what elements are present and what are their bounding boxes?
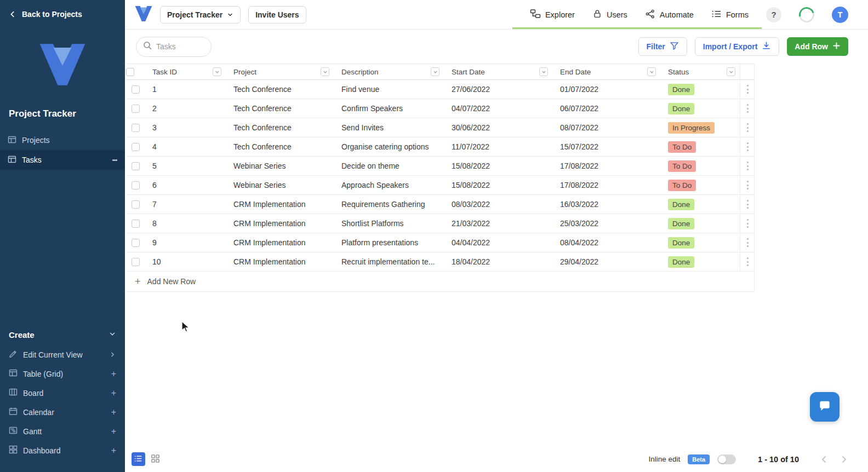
next-page-button[interactable]: [840, 455, 848, 464]
table-row[interactable]: 6Webinar SeriesApproach Speakers15/08/20…: [126, 176, 754, 195]
table-row[interactable]: 10CRM ImplementationRecruit implementati…: [126, 252, 754, 272]
cell-description[interactable]: Organise catering options: [334, 142, 444, 151]
cell-task-id[interactable]: 6: [145, 181, 226, 189]
plus-icon[interactable]: +: [111, 369, 116, 379]
table-row[interactable]: 3Tech ConferenceSend Invites30/06/202208…: [126, 118, 754, 137]
cell-task-id[interactable]: 1: [145, 85, 226, 94]
plus-icon[interactable]: +: [111, 407, 116, 417]
cell-description[interactable]: Confirm Speakers: [334, 104, 444, 113]
cell-task-id[interactable]: 7: [145, 200, 226, 209]
column-header-start-date[interactable]: Start Date: [444, 67, 552, 76]
cell-status[interactable]: Done: [660, 199, 740, 210]
cell-description[interactable]: Platform presentations: [334, 238, 444, 247]
nav-item-explorer[interactable]: Explorer: [530, 8, 575, 21]
table-row[interactable]: 5Webinar SeriesDecide on theme15/08/2022…: [126, 157, 754, 176]
cell-status[interactable]: In Progress: [660, 122, 740, 134]
cell-start-date[interactable]: 27/06/2022: [444, 85, 552, 94]
row-menu-button[interactable]: [747, 199, 749, 210]
row-menu-button[interactable]: [747, 218, 749, 229]
row-checkbox[interactable]: [132, 124, 140, 132]
cell-description[interactable]: Send Invites: [334, 123, 444, 132]
cell-description[interactable]: Find venue: [334, 85, 444, 94]
row-checkbox[interactable]: [132, 200, 140, 209]
cell-task-id[interactable]: 8: [145, 219, 226, 228]
table-row[interactable]: 4Tech ConferenceOrganise catering option…: [126, 137, 754, 157]
cell-start-date[interactable]: 15/08/2022: [444, 162, 552, 170]
inline-edit-toggle[interactable]: [717, 454, 736, 464]
column-menu-button[interactable]: [213, 67, 221, 76]
column-header-status[interactable]: Status: [660, 67, 740, 76]
sidebar-item-dashboard[interactable]: Dashboard +: [0, 441, 125, 460]
column-menu-button[interactable]: [539, 67, 548, 76]
cell-status[interactable]: To Do: [660, 180, 740, 191]
cell-end-date[interactable]: 16/03/2022: [552, 200, 660, 209]
column-menu-button[interactable]: [431, 67, 439, 76]
create-section-toggle[interactable]: Create: [0, 324, 125, 345]
cell-start-date[interactable]: 15/08/2022: [444, 181, 552, 189]
row-checkbox[interactable]: [132, 181, 140, 189]
row-menu-button[interactable]: [747, 142, 749, 152]
cell-task-id[interactable]: 3: [145, 123, 226, 132]
cell-status[interactable]: Done: [660, 218, 740, 229]
list-view-button[interactable]: [132, 452, 145, 466]
cell-status[interactable]: Done: [660, 237, 740, 249]
cell-description[interactable]: Approach Speakers: [334, 181, 444, 189]
cell-end-date[interactable]: 17/08/2022: [552, 181, 660, 189]
cell-description[interactable]: Recruit implementation te...: [334, 257, 444, 266]
search-box[interactable]: [136, 37, 212, 57]
cell-project[interactable]: Tech Conference: [226, 85, 334, 94]
nav-item-automate[interactable]: Automate: [645, 9, 694, 21]
previous-page-button[interactable]: [820, 455, 829, 464]
cell-project[interactable]: CRM Implementation: [226, 257, 334, 266]
row-menu-button[interactable]: [747, 238, 749, 248]
invite-users-button[interactable]: Invite Users: [248, 6, 306, 24]
column-menu-button[interactable]: [321, 67, 329, 76]
back-to-projects-button[interactable]: Back to Projects: [0, 0, 125, 28]
cell-description[interactable]: Requirements Gathering: [334, 200, 444, 209]
cell-end-date[interactable]: 06/07/2022: [552, 104, 660, 113]
search-input[interactable]: [156, 42, 200, 51]
sidebar-item-table-grid[interactable]: Table (Grid) +: [0, 364, 125, 383]
cell-end-date[interactable]: 01/07/2022: [552, 85, 660, 94]
help-button[interactable]: ?: [766, 7, 781, 22]
import-export-button[interactable]: Import / Export: [695, 37, 780, 56]
column-menu-button[interactable]: [727, 67, 735, 76]
cell-end-date[interactable]: 17/08/2022: [552, 162, 660, 170]
cell-project[interactable]: Tech Conference: [226, 123, 334, 132]
row-checkbox[interactable]: [132, 239, 140, 247]
column-header-task-id[interactable]: Task ID: [145, 67, 226, 76]
user-avatar[interactable]: T: [832, 7, 848, 23]
row-menu-button[interactable]: [747, 84, 749, 95]
cell-description[interactable]: Shortlist Platforms: [334, 219, 444, 228]
cell-task-id[interactable]: 4: [145, 142, 226, 151]
cell-end-date[interactable]: 15/07/2022: [552, 142, 660, 151]
table-row[interactable]: 7CRM ImplementationRequirements Gatherin…: [126, 195, 754, 214]
cell-task-id[interactable]: 5: [145, 162, 226, 170]
row-menu-button[interactable]: [747, 180, 749, 191]
sidebar-item-tasks[interactable]: Tasks: [0, 150, 125, 170]
gallery-view-button[interactable]: [149, 452, 162, 466]
cell-status[interactable]: Done: [660, 84, 740, 95]
cell-task-id[interactable]: 10: [145, 257, 226, 266]
table-row[interactable]: 9CRM ImplementationPlatform presentation…: [126, 233, 754, 252]
cell-task-id[interactable]: 9: [145, 238, 226, 247]
cell-start-date[interactable]: 04/07/2022: [444, 104, 552, 113]
column-header-description[interactable]: Description: [334, 67, 444, 76]
cell-end-date[interactable]: 25/03/2022: [552, 219, 660, 228]
cell-start-date[interactable]: 30/06/2022: [444, 123, 552, 132]
column-menu-button[interactable]: [647, 67, 656, 76]
row-checkbox[interactable]: [132, 220, 140, 228]
cell-status[interactable]: To Do: [660, 141, 740, 153]
plus-icon[interactable]: +: [111, 388, 116, 398]
add-row-button[interactable]: Add Row: [787, 37, 848, 56]
cell-end-date[interactable]: 08/04/2022: [552, 238, 660, 247]
plus-icon[interactable]: +: [111, 427, 116, 436]
row-menu-button[interactable]: [747, 257, 749, 267]
cell-status[interactable]: Done: [660, 256, 740, 268]
sidebar-item-projects[interactable]: Projects: [0, 130, 125, 150]
cell-start-date[interactable]: 08/03/2022: [444, 200, 552, 209]
cell-end-date[interactable]: 29/04/2022: [552, 257, 660, 266]
nav-item-forms[interactable]: Forms: [711, 9, 749, 21]
chat-button[interactable]: [810, 392, 840, 422]
cell-start-date[interactable]: 04/04/2022: [444, 238, 552, 247]
